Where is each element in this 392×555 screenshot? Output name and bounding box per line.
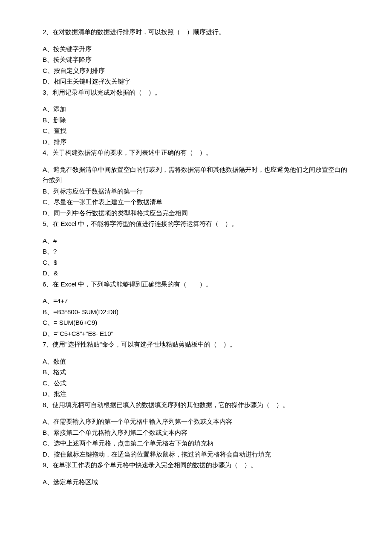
question-option: C、选中上述两个单元格，点击第二个单元格右下角的填充柄 [43,438,349,449]
question-option: A、=4+7 [43,295,349,306]
question-stem: 8、使用填充柄可自动根据已填入的数据填充序列的其他数据，它的操作步骤为（ ）。 [43,399,349,410]
question-option: B、=B3*800- SUM(D2:D8) [43,306,349,318]
question-option: B、格式 [43,367,349,378]
question-option: B、删除 [43,115,349,126]
question-option: C、公式 [43,378,349,389]
question-stem: 4、关于构建数据清单的要求，下列表述中正确的有（ ）。 [43,147,349,158]
question-stem: 6、在 Excel 中，下列等式能够得到正确结果的有（ ）。 [43,279,349,290]
question-stem: 7、使用"选择性粘贴"命令，可以有选择性地粘贴剪贴板中的（ ）。 [43,339,349,350]
question-stem: 3、利用记录单可以完成对数据的（ ）。 [43,87,349,98]
question-option: D、& [43,268,349,279]
question-option: D、同一列中各行数据项的类型和格式应当完全相同 [43,208,349,219]
question-option: B、? [43,246,349,257]
question-option: A、避免在数据清单中间放置空白的行或列，需将数据清单和其他数据隔开时，也应避免他… [43,164,349,186]
question-option: A、添加 [43,104,349,115]
question-option: C、尽量在一张工作表上建立一个数据清单 [43,197,349,208]
question-stem: 9、在单张工作表的多个单元格中快速录入完全相同的数据的步骤为（ ）。 [43,460,349,471]
question-stem: 2、在对数据清单的数据进行排序时，可以按照（ ）顺序进行。 [43,26,349,38]
question-option: A、# [43,235,349,246]
question-option: C、查找 [43,125,349,136]
question-option: C、$ [43,257,349,268]
question-option: A、选定单元格区域 [43,477,349,488]
question-option: A、数值 [43,356,349,367]
question-option: B、列标志应位于数据清单的第一行 [43,186,349,197]
question-option: D、批注 [43,388,349,399]
question-option: D、排序 [43,136,349,147]
question-option: C、按自定义序列排序 [43,65,349,76]
question-stem: 5、在 Excel 中，不能将字符型的值进行连接的字符运算符有（ ）。 [43,218,349,229]
question-option: A、在需要输入序列的第一个单元格中输入序列第一个数或文本内容 [43,416,349,427]
question-option: D、相同主关键时选择次关键字 [43,76,349,87]
question-option: B、按关键字降序 [43,54,349,65]
question-option: C、= SUM(B6+C9) [43,317,349,328]
question-option: D、按住鼠标左键拖动，在适当的位置释放鼠标，拖过的单元格将会自动进行填充 [43,449,349,460]
question-option: B、紧接第二个单元格输入序列第二个数或文本内容 [43,427,349,438]
question-option: D、="C5+C8"+"E8- E10" [43,328,349,339]
question-option: A、按关键字升序 [43,43,349,55]
